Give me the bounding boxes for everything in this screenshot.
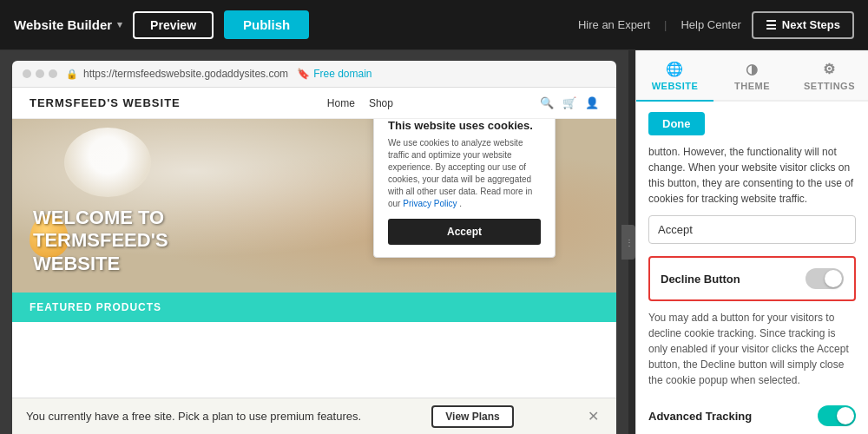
cookie-accept-button[interactable]: Accept — [388, 219, 541, 245]
browser-dots — [23, 69, 57, 78]
privacy-policy-link[interactable]: Privacy Policy — [403, 199, 457, 208]
free-domain-label: Free domain — [313, 68, 372, 80]
hero-heading: WELCOME TO TERMSFEED'S WEBSITE — [33, 207, 250, 275]
hero-section: WELCOME TO TERMSFEED'S WEBSITE This webs… — [12, 119, 616, 293]
tab-settings[interactable]: ⚙ SETTINGS — [791, 50, 868, 100]
theme-tab-icon: ◑ — [746, 61, 759, 77]
theme-tab-label: THEME — [734, 81, 770, 91]
banner-text: You currently have a free site. Pick a p… — [26, 410, 361, 423]
bottom-banner: You currently have a free site. Pick a p… — [12, 398, 616, 434]
featured-products-bar: FEATURED PRODUCTS — [12, 293, 616, 322]
advanced-tracking-label: Advanced Tracking — [648, 410, 752, 423]
right-panel: 🌐 WEBSITE ◑ THEME ⚙ SETTINGS Done button… — [635, 50, 868, 434]
panel-content: Done button. However, the functionality … — [636, 102, 868, 434]
left-panel-handle[interactable]: ⋮ — [621, 225, 635, 260]
dot-green — [49, 69, 57, 78]
hero-flour-bowl-image — [64, 128, 151, 197]
nav-links: Hire an Expert | Help Center — [578, 18, 741, 31]
cookie-popup-title: This website uses cookies. — [388, 119, 541, 132]
site-nav-icons: 🔍 🛒 👤 — [540, 96, 599, 109]
advanced-tracking-toggle[interactable] — [818, 405, 856, 426]
browser-chrome: 🔒 https://termsfeedswebsite.godaddysites… — [12, 61, 616, 88]
cart-icon: 🛒 — [562, 96, 576, 109]
site-nav-shop: Shop — [369, 97, 393, 109]
decline-description: You may add a button for your visitors t… — [648, 310, 856, 388]
dot-red — [23, 69, 31, 78]
view-plans-button[interactable]: View Plans — [431, 405, 513, 428]
panel-body-text: button. However, the functionality will … — [648, 144, 856, 207]
help-center-link[interactable]: Help Center — [681, 18, 740, 31]
site-nav-items: Home Shop — [327, 97, 393, 109]
preview-button[interactable]: Preview — [133, 11, 214, 39]
site-brand-name: TERMSFEED'S WEBSITE — [30, 96, 181, 109]
next-steps-icon: ☰ — [766, 18, 777, 32]
hire-expert-link[interactable]: Hire an Expert — [578, 18, 650, 31]
brand-logo[interactable]: Website Builder ▾ — [14, 17, 122, 32]
free-domain-icon: 🔖 — [297, 68, 310, 80]
settings-tab-label: SETTINGS — [804, 81, 855, 91]
cookie-popup-text: We use cookies to analyze website traffi… — [388, 137, 541, 210]
browser-container: 🔒 https://termsfeedswebsite.godaddysites… — [0, 50, 628, 434]
top-navigation: Website Builder ▾ Preview Publish Hire a… — [0, 0, 868, 50]
decline-button-label: Decline Button — [661, 273, 740, 286]
advanced-toggle-knob — [837, 407, 854, 424]
lock-icon: 🔒 — [66, 69, 78, 80]
search-icon: 🔍 — [540, 96, 554, 109]
close-banner-button[interactable]: ✕ — [584, 408, 602, 424]
brand-chevron-icon: ▾ — [117, 19, 122, 30]
next-steps-button[interactable]: ☰ Next Steps — [752, 11, 854, 39]
decline-button-row: Decline Button — [648, 256, 856, 301]
site-nav-bar: TERMSFEED'S WEBSITE Home Shop 🔍 🛒 👤 — [12, 88, 616, 119]
free-domain-badge[interactable]: 🔖 Free domain — [297, 68, 372, 80]
tab-website[interactable]: 🌐 WEBSITE — [636, 50, 713, 102]
url-text: https://termsfeedswebsite.godaddysites.c… — [83, 68, 288, 80]
user-icon: 👤 — [585, 96, 599, 109]
website-tab-label: WEBSITE — [652, 81, 699, 91]
cookie-consent-popup: This website uses cookies. We use cookie… — [373, 119, 556, 258]
panel-tabs: 🌐 WEBSITE ◑ THEME ⚙ SETTINGS — [636, 50, 868, 102]
browser-url-bar[interactable]: 🔒 https://termsfeedswebsite.godaddysites… — [66, 68, 288, 80]
website-tab-icon: 🌐 — [666, 61, 684, 77]
brand-name: Website Builder — [14, 17, 112, 32]
decline-toggle-switch[interactable] — [806, 268, 844, 289]
main-area: 🔒 https://termsfeedswebsite.godaddysites… — [0, 50, 868, 434]
advanced-tracking-row: Advanced Tracking — [648, 398, 856, 433]
next-steps-label: Next Steps — [782, 18, 840, 31]
dot-yellow — [36, 69, 44, 78]
settings-tab-icon: ⚙ — [823, 61, 836, 77]
cookie-text-content: We use cookies to analyze website traffi… — [388, 138, 532, 208]
handle-dots-icon: ⋮ — [625, 238, 633, 247]
toggle-knob — [825, 270, 842, 287]
done-button[interactable]: Done — [648, 112, 705, 135]
nav-divider: | — [664, 18, 667, 31]
tab-theme[interactable]: ◑ THEME — [713, 50, 791, 100]
accept-button-input[interactable] — [648, 215, 856, 244]
site-nav-home: Home — [327, 97, 355, 109]
publish-button[interactable]: Publish — [224, 10, 309, 39]
cookie-text2: . — [459, 199, 462, 208]
website-preview: TERMSFEED'S WEBSITE Home Shop 🔍 🛒 👤 WELC… — [12, 88, 616, 398]
